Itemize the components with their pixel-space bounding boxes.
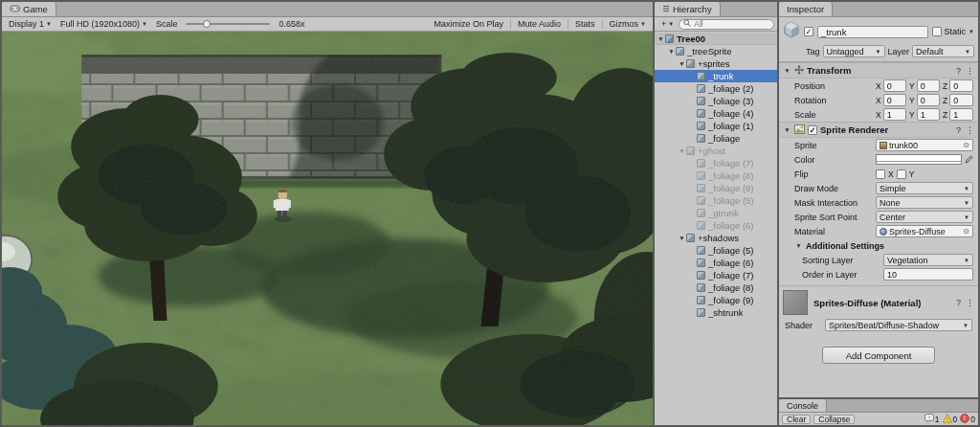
mask-interaction-value: None [880,198,962,208]
hierarchy-item[interactable]: _foliage (6) [655,219,777,232]
draw-mode-dropdown[interactable]: Simple▼ [876,182,973,194]
object-picker-icon[interactable]: ⊙ [963,227,969,236]
foldout-icon[interactable]: ▼ [678,147,686,154]
foldout-icon[interactable]: ▼ [657,35,665,42]
tag-dropdown[interactable]: Untagged▼ [823,45,885,57]
transform-scale-y-field[interactable]: 1 [917,108,940,121]
hierarchy-item[interactable]: _foliage [655,132,777,145]
transform-position-z-field[interactable]: 0 [949,79,973,92]
scale-slider-track[interactable] [186,23,270,25]
hierarchy-item[interactable]: _foliage (9) [655,182,777,194]
tab-inspector[interactable]: Inspector [779,2,833,16]
shader-dropdown[interactable]: Sprites/Beat/Diffuse-Shadow▼ [825,319,972,331]
sprite-sort-point-dropdown[interactable]: Center▼ [876,211,973,223]
help-icon[interactable]: ? [956,298,961,307]
object-picker-icon[interactable]: ⊙ [963,141,969,149]
foldout-icon[interactable]: ▼ [794,242,803,249]
sorting-layer-dropdown[interactable]: Vegetation▼ [883,254,973,266]
help-icon[interactable]: ? [956,66,961,76]
hierarchy-item[interactable]: _foliage (3) [655,95,777,107]
static-control[interactable]: Static ▼ [932,27,974,36]
foldout-icon[interactable]: ▼ [678,235,686,241]
dropdown-arrow-icon: ▼ [640,21,646,27]
hierarchy-item[interactable]: _foliage (9) [655,294,777,306]
game-toolbar: Display 1 ▼ Full HD (1920x1080) ▼ Scale … [2,17,653,32]
hierarchy-item[interactable]: _foliage (8) [655,281,777,294]
transform-scale-z-field[interactable]: 1 [949,108,973,121]
color-swatch[interactable] [876,154,962,165]
hierarchy-item[interactable]: ▼+ghost [655,145,777,157]
display-dropdown[interactable]: Display 1 ▼ [5,18,56,30]
component-enabled-checkbox[interactable] [808,125,817,135]
kebab-menu-icon[interactable]: ⋮ [966,125,974,135]
foldout-icon[interactable]: ▼ [678,60,686,67]
foldout-icon[interactable]: ▼ [667,48,676,55]
gameobject-name-field[interactable]: _trunk [817,26,928,38]
order-in-layer-field[interactable]: 10 [883,268,973,281]
gizmos-dropdown[interactable]: Gizmos ▼ [606,18,650,30]
transform-scale-x-field[interactable]: 1 [883,108,906,121]
hierarchy-item[interactable]: _foliage (8) [655,169,777,182]
console-error-toggle[interactable]: ! 0 [960,414,975,425]
hierarchy-item-scene[interactable]: ▼Tree00 [655,33,777,45]
console-collapse-button[interactable]: Collapse [813,415,855,424]
hierarchy-item-selected[interactable]: _trunk [655,70,777,82]
hierarchy-item[interactable]: ▼+sprites [655,57,777,70]
transform-rotation-z-field[interactable]: 0 [949,94,973,106]
material-object-field[interactable]: Sprites-Diffuse⊙ [876,225,973,237]
maximize-on-play-label: Maximize On Play [434,19,503,29]
kebab-menu-icon[interactable]: ⋮ [966,66,974,76]
hierarchy-item[interactable]: _foliage (2) [655,82,777,95]
transform-header[interactable]: ▼ Transform ?⋮ [779,63,978,79]
flip-x-checkbox[interactable] [876,169,885,179]
hierarchy-search-input[interactable]: All [679,19,774,30]
console-info-toggle[interactable]: ! 1 [924,414,940,425]
sprite-object-field[interactable]: trunk00⊙ [876,139,973,151]
resolution-dropdown-label: Full HD (1920x1080) [60,19,140,29]
hierarchy-item[interactable]: _foliage (5) [655,244,777,257]
hierarchy-item[interactable]: _foliage (5) [655,194,777,207]
hierarchy-item[interactable]: _foliage (7) [655,269,777,281]
sprite-renderer-header[interactable]: ▼ Sprite Renderer ?⋮ [779,123,978,138]
foldout-icon[interactable]: ▼ [783,126,791,133]
transform-position-x-field[interactable]: 0 [883,79,906,92]
console-warning-toggle[interactable]: ! 0 [943,414,958,425]
gameobject-icon [697,271,705,280]
transform-rotation-y-field[interactable]: 0 [917,94,940,106]
hierarchy-item[interactable]: _gtrunk [655,207,777,219]
hierarchy-item[interactable]: _foliage (4) [655,107,777,120]
maximize-on-play-button[interactable]: Maximize On Play [430,18,507,30]
flip-y-checkbox[interactable] [897,169,906,179]
kebab-menu-icon[interactable]: ⋮ [966,298,974,307]
hierarchy-item[interactable]: _shtrunk [655,306,777,319]
hierarchy-item[interactable]: _foliage (6) [655,257,777,269]
hierarchy-item[interactable]: _foliage (7) [655,157,777,169]
transform-rotation-x-field[interactable]: 0 [883,94,906,106]
material-preview-thumbnail[interactable] [783,290,808,315]
help-icon[interactable]: ? [956,125,961,135]
game-viewport[interactable] [2,32,653,425]
hierarchy-item[interactable]: ▼+shadows [655,232,777,244]
tab-console[interactable]: Console [779,399,827,412]
add-component-button[interactable]: Add Component [822,347,935,364]
scale-slider-knob[interactable] [203,20,211,28]
gameobject-icon [697,134,705,143]
hierarchy-item[interactable]: _foliage (1) [655,120,777,132]
eyedropper-icon[interactable] [965,155,973,164]
stats-button[interactable]: Stats [571,18,599,30]
mask-interaction-dropdown[interactable]: None▼ [876,196,973,209]
static-checkbox[interactable] [932,27,942,36]
create-object-button[interactable]: + ▼ [657,18,678,30]
scale-slider[interactable] [186,19,270,29]
resolution-dropdown[interactable]: Full HD (1920x1080) ▼ [56,18,151,30]
additional-settings-row[interactable]: ▼ Additional Settings [779,238,978,253]
layer-dropdown[interactable]: Default▼ [912,45,974,57]
foldout-icon[interactable]: ▼ [783,67,791,74]
active-checkbox[interactable] [804,27,813,36]
console-clear-button[interactable]: Clear [782,415,811,424]
mute-audio-button[interactable]: Mute Audio [514,18,565,30]
tab-game[interactable]: Game [2,2,56,16]
tab-hierarchy[interactable]: Hierarchy [655,2,721,16]
hierarchy-item[interactable]: ▼_treeSprite [655,45,777,57]
transform-position-y-field[interactable]: 0 [917,79,940,92]
